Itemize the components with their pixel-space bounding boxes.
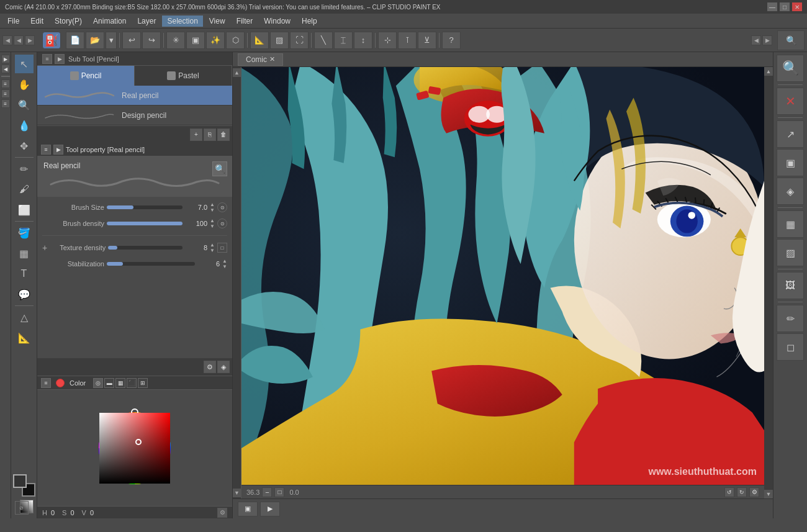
scroll-up-arrow[interactable]: ▲ bbox=[764, 67, 773, 76]
menu-selection[interactable]: Selection bbox=[162, 16, 202, 27]
menu-animation[interactable]: Animation bbox=[88, 16, 131, 27]
brush-density-up[interactable]: ▲ bbox=[210, 218, 215, 223]
tool-open[interactable]: 📂 bbox=[86, 32, 104, 49]
toolbar-right-nav-left[interactable]: ◀ bbox=[751, 35, 761, 45]
stabilization-down[interactable]: ▼ bbox=[222, 264, 227, 269]
color-settings-btn[interactable]: ⚙ bbox=[217, 508, 227, 518]
brush-add-btn[interactable]: + bbox=[190, 128, 202, 141]
mini-btn-2[interactable]: ◀ bbox=[1, 65, 10, 73]
menu-window[interactable]: Window bbox=[259, 16, 295, 27]
bottom-btn-frame[interactable]: ▣ bbox=[238, 502, 258, 516]
tool-transform[interactable]: ✳ bbox=[166, 32, 185, 49]
brush-delete-btn[interactable]: 🗑 bbox=[217, 128, 230, 141]
tool-eraser[interactable]: ⬜ bbox=[15, 201, 34, 219]
canvas-scroll-up-arrow[interactable]: ▲ bbox=[233, 68, 241, 77]
menu-edit[interactable]: Edit bbox=[25, 16, 48, 27]
canvas-zoom-reset[interactable]: □ bbox=[274, 487, 284, 497]
brush-copy-btn[interactable]: ⎘ bbox=[204, 128, 216, 141]
tool-selection-magic[interactable]: ✨ bbox=[206, 32, 225, 49]
brush-density-spinner[interactable]: ▲ ▼ bbox=[210, 218, 215, 229]
toolbar-nav-left[interactable]: ◀ bbox=[2, 35, 12, 45]
canvas-scroll-down-arrow[interactable]: ▼ bbox=[233, 489, 241, 497]
tool-selection-rect[interactable]: ▣ bbox=[186, 32, 205, 49]
rt-close-btn[interactable]: ✕ bbox=[777, 88, 804, 115]
tool-help[interactable]: ? bbox=[442, 32, 461, 49]
tab-pastel[interactable]: Pastel bbox=[135, 66, 232, 86]
mini-btn-5[interactable]: ≡ bbox=[1, 99, 10, 108]
tool-zoom-search[interactable]: 🔍 bbox=[777, 30, 805, 50]
rt-checkerboard-btn[interactable]: ▦ bbox=[777, 210, 804, 238]
stabilization-slider[interactable] bbox=[107, 262, 195, 266]
tool-shape[interactable]: △ bbox=[15, 308, 34, 327]
canvas-tab-close[interactable]: ✕ bbox=[269, 55, 275, 63]
mini-btn-3[interactable]: ≡ bbox=[1, 79, 10, 88]
maximize-button[interactable]: □ bbox=[780, 2, 790, 11]
canvas-rotate-ccw[interactable]: ↺ bbox=[724, 487, 734, 497]
rt-image-btn[interactable]: 🖼 bbox=[777, 272, 804, 299]
stabilization-spinner[interactable]: ▲ ▼ bbox=[222, 258, 227, 269]
tool-ruler2[interactable]: 📐 bbox=[15, 328, 34, 347]
brush-density-icon[interactable]: ⊙ bbox=[217, 219, 227, 228]
stabilization-up[interactable]: ▲ bbox=[222, 258, 227, 264]
texture-density-icon[interactable]: □ bbox=[217, 243, 227, 253]
tool-fill[interactable]: 🪣 bbox=[15, 223, 34, 242]
tool-pen-b[interactable]: ⌶ bbox=[334, 32, 353, 49]
close-button[interactable]: ✕ bbox=[792, 2, 802, 11]
rt-crosshair-btn[interactable]: ◈ bbox=[777, 178, 804, 205]
tool-undo[interactable]: ↩ bbox=[122, 32, 141, 49]
canvas-zoom-out[interactable]: − bbox=[262, 487, 272, 497]
foreground-color-swatch[interactable] bbox=[13, 474, 27, 488]
tool-save-dropdown[interactable]: ▾ bbox=[106, 32, 117, 49]
toolbar-nav-left2[interactable]: ◀ bbox=[14, 35, 24, 45]
tool-pointer[interactable]: ↖ bbox=[15, 55, 34, 73]
toolbar-right-nav-right[interactable]: ▶ bbox=[762, 35, 772, 45]
rt-search-btn[interactable]: 🔍 bbox=[777, 55, 804, 82]
tool-gradient[interactable]: ▦ bbox=[15, 244, 34, 263]
panel-collapse-icon[interactable]: ▶ bbox=[55, 54, 65, 64]
texture-density-down[interactable]: ▼ bbox=[210, 248, 215, 253]
brush-size-slider[interactable] bbox=[107, 205, 183, 209]
pencil-search-btn[interactable]: 🔍 bbox=[212, 161, 227, 176]
tool-navigate2[interactable]: ⊺ bbox=[398, 32, 417, 49]
rt-pen-btn[interactable]: ✏ bbox=[777, 305, 804, 332]
tool-brush[interactable]: 🖌 bbox=[15, 180, 34, 199]
brush-item-design-pencil[interactable]: Design pencil bbox=[37, 106, 232, 125]
rt-transform-btn[interactable]: ▣ bbox=[777, 149, 804, 176]
tool-selection-border[interactable]: ▨ bbox=[270, 32, 289, 49]
tool-ruler[interactable]: 📐 bbox=[250, 32, 269, 49]
tool-move[interactable]: ✥ bbox=[15, 137, 34, 155]
brush-size-spinner[interactable]: ▲ ▼ bbox=[210, 202, 215, 213]
rt-layers-btn[interactable]: ◻ bbox=[777, 333, 804, 361]
texture-plus-icon[interactable]: + bbox=[42, 243, 47, 253]
menu-story[interactable]: Story(P) bbox=[50, 16, 87, 27]
tool-redo[interactable]: ↪ bbox=[142, 32, 161, 49]
texture-density-slider[interactable] bbox=[108, 246, 183, 250]
settings-icon-2[interactable]: ◈ bbox=[217, 361, 230, 373]
mini-btn-4[interactable]: ≡ bbox=[1, 89, 10, 98]
tool-zoom[interactable]: 🔍 bbox=[15, 96, 34, 114]
tool-pencil[interactable]: ✏ bbox=[15, 160, 34, 178]
scroll-down-arrow[interactable]: ▼ bbox=[764, 490, 773, 498]
brush-size-up[interactable]: ▲ bbox=[210, 202, 215, 207]
texture-density-spinner[interactable]: ▲ ▼ bbox=[210, 242, 215, 253]
color-square-wrapper[interactable] bbox=[99, 413, 170, 484]
brush-size-icon[interactable]: ⊙ bbox=[217, 202, 227, 212]
transparent-swatch[interactable]: ⊘ bbox=[15, 501, 29, 515]
vert-scroll-track[interactable] bbox=[764, 76, 773, 490]
tool-hand[interactable]: ✋ bbox=[15, 75, 34, 94]
brush-item-real-pencil[interactable]: Real pencil bbox=[37, 86, 232, 106]
tool-pen-a[interactable]: ╲ bbox=[314, 32, 333, 49]
tool-navigate3[interactable]: ⊻ bbox=[418, 32, 436, 49]
tool-balloon[interactable]: 💬 bbox=[15, 285, 34, 304]
brush-density-down[interactable]: ▼ bbox=[210, 223, 215, 229]
menu-help[interactable]: Help bbox=[297, 16, 322, 27]
window-controls[interactable]: — □ ✕ bbox=[767, 2, 802, 11]
texture-density-up[interactable]: ▲ bbox=[210, 242, 215, 248]
color-tab-wheel[interactable]: ◎ bbox=[93, 378, 103, 388]
menu-filter[interactable]: Filter bbox=[232, 16, 258, 27]
tool-eyedropper[interactable]: 💧 bbox=[15, 116, 34, 135]
bottom-btn-play[interactable]: ▶ bbox=[260, 502, 280, 516]
canvas-rotate-cw[interactable]: ↻ bbox=[737, 487, 747, 497]
rt-grid-btn[interactable]: ▨ bbox=[777, 239, 804, 266]
brush-density-slider[interactable] bbox=[107, 222, 183, 225]
